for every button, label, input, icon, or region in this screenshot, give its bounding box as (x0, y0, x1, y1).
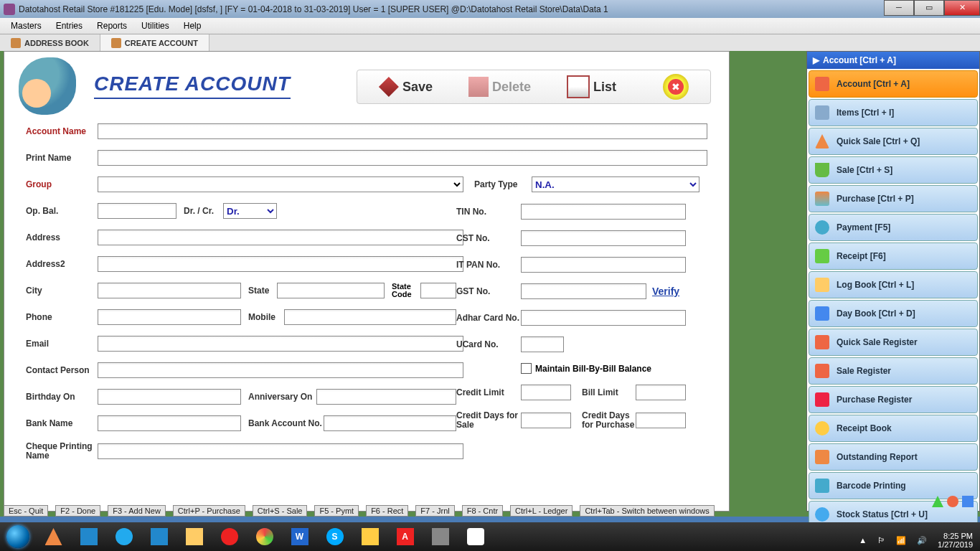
gstno-input[interactable] (521, 283, 646, 299)
cstno-input[interactable] (521, 230, 686, 246)
system-tray[interactable]: ▲ 🏳 📶 🔊 8:25 PM 1/27/2019 (859, 532, 973, 549)
menu-masters[interactable]: Masters (4, 19, 49, 32)
sidebar-item-purchase[interactable]: Purchase [Ctrl + P] (809, 185, 978, 212)
taskbar-app3[interactable] (424, 524, 456, 550)
taskbar-chrome[interactable] (248, 524, 281, 550)
tray-time: 8:25 PM (938, 532, 973, 540)
group-select[interactable] (98, 176, 463, 192)
sidebar-item-account[interactable]: Account [Ctrl + A] (809, 70, 978, 98)
sidebar-item-quicksalereg[interactable]: Quick Sale Register (809, 329, 978, 356)
state-input[interactable] (277, 283, 385, 298)
label-accountname: Account Name (26, 126, 98, 136)
tab-createaccount[interactable]: CREATE ACCOUNT (100, 34, 209, 52)
taskbar-acrobat[interactable]: A (389, 524, 421, 550)
itpan-input[interactable] (521, 257, 686, 273)
city-input[interactable] (98, 283, 241, 298)
statecode-input[interactable] (420, 283, 456, 298)
tray-flag-icon[interactable]: 🏳 (877, 536, 885, 545)
anniversary-input[interactable] (316, 389, 456, 405)
sidebar-item-payment[interactable]: Payment [F5] (809, 214, 978, 241)
account-icon (815, 77, 829, 91)
maximize-button[interactable]: ▭ (914, 0, 944, 16)
mobile-input[interactable] (284, 309, 456, 325)
app1-icon (80, 528, 98, 545)
birthday-input[interactable] (98, 389, 241, 405)
taskbar-app1[interactable] (72, 524, 105, 550)
sidebar-item-outstanding[interactable]: Outstanding Report (809, 443, 978, 471)
bankname-input[interactable] (98, 415, 241, 431)
menu-reports[interactable]: Reports (90, 19, 134, 32)
nav-globe-icon[interactable] (947, 496, 958, 507)
tray-network-icon[interactable]: 📶 (896, 536, 906, 545)
creditdayspurchase-input[interactable] (636, 413, 686, 428)
tray-up-icon[interactable]: ▲ (859, 536, 867, 545)
address2-input[interactable] (98, 256, 463, 272)
acrobat-icon: A (397, 528, 414, 545)
right-column: TIN No. CST No. IT PAN No. GST No.Verify… (456, 120, 686, 441)
tab-addressbook[interactable]: ADDRESS BOOK (0, 34, 100, 52)
address-input[interactable] (98, 230, 463, 245)
shortcut-esc: Esc - Quit (4, 505, 48, 517)
taskbar-skype[interactable]: S (319, 524, 351, 550)
minimize-button[interactable]: ─ (884, 0, 914, 16)
shortcut-f8: F8 - Cntr (462, 505, 503, 517)
sidebar-item-purchasereg[interactable]: Purchase Register (809, 386, 978, 413)
tray-date: 1/27/2019 (938, 540, 973, 549)
nav-right-icon[interactable] (962, 496, 974, 507)
email-input[interactable] (98, 336, 463, 352)
tray-sound-icon[interactable]: 🔊 (917, 536, 927, 545)
tinno-input[interactable] (521, 204, 686, 220)
chequename-input[interactable] (98, 443, 463, 459)
sidebar-item-daybook[interactable]: Day Book [Ctrl + D] (809, 300, 978, 327)
billlimit-input[interactable] (636, 385, 686, 400)
notes-icon (362, 528, 379, 545)
label-creditdayssale: Credit Days for Sale (456, 411, 521, 430)
taskbar-notes[interactable] (354, 524, 386, 550)
salereg-icon (815, 364, 829, 378)
menu-utilities[interactable]: Utilities (134, 19, 176, 32)
action-toolbar: Save Delete List (357, 70, 711, 104)
taskbar-paint[interactable] (459, 524, 491, 550)
bankacct-input[interactable] (324, 415, 456, 431)
start-button[interactable] (0, 522, 36, 551)
phone-input[interactable] (98, 309, 241, 325)
delete-button[interactable]: Delete (468, 77, 531, 97)
ucard-input[interactable] (521, 336, 564, 352)
label-bankname: Bank Name (26, 418, 98, 428)
creditlimit-input[interactable] (521, 385, 571, 400)
opera-icon (221, 528, 238, 545)
opbal-input[interactable] (98, 203, 176, 219)
user-globe-icon (19, 57, 76, 115)
taskbar-opera[interactable] (213, 524, 245, 550)
nav-up-icon[interactable] (932, 496, 943, 507)
menu-help[interactable]: Help (176, 19, 209, 32)
sidebar-item-quicksale[interactable]: Quick Sale [Ctrl + Q] (809, 128, 978, 155)
sidebar-item-sale[interactable]: Sale [Ctrl + S] (809, 156, 978, 184)
label-mobile: Mobile (248, 312, 284, 322)
sidebar-item-logbook[interactable]: Log Book [Ctrl + L] (809, 271, 978, 298)
sidebar-item-salereg[interactable]: Sale Register (809, 357, 978, 385)
sidebar-item-receiptbook[interactable]: Receipt Book (809, 415, 978, 442)
taskbar-explorer[interactable] (178, 524, 210, 550)
daybook-icon (815, 306, 829, 321)
taskbar-vlc[interactable] (37, 524, 70, 550)
taskbar-app2[interactable] (143, 524, 175, 550)
drcr-select[interactable]: Dr. (223, 203, 277, 219)
creditdayssale-input[interactable] (521, 413, 571, 428)
receipt-icon (815, 249, 829, 263)
close-button[interactable]: ✕ (944, 0, 980, 16)
list-button[interactable]: List (567, 75, 616, 98)
adhar-input[interactable] (521, 310, 686, 326)
verify-link[interactable]: Verify (652, 286, 679, 297)
maintainbill-checkbox[interactable] (521, 363, 532, 374)
taskbar-ie[interactable] (108, 524, 140, 550)
contactperson-input[interactable] (98, 362, 463, 378)
logbook-icon (815, 278, 829, 292)
menu-entries[interactable]: Entries (49, 19, 90, 32)
sidebar-item-receipt[interactable]: Receipt [F6] (809, 242, 978, 270)
skype-icon: S (326, 528, 344, 545)
sidebar-item-items[interactable]: Items [Ctrl + I] (809, 99, 978, 126)
taskbar-word[interactable]: W (283, 524, 316, 550)
form-close-button[interactable] (663, 74, 689, 100)
save-button[interactable]: Save (379, 77, 433, 97)
